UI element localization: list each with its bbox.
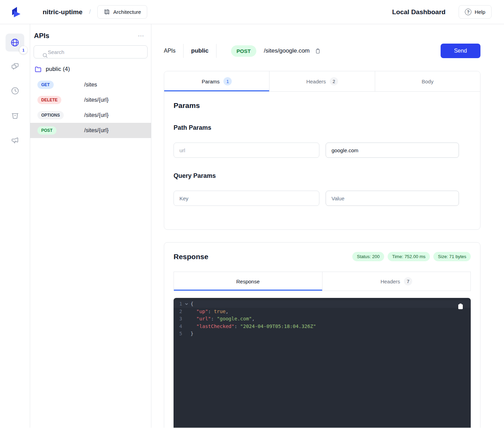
apis-count-badge: 1 [19, 46, 27, 54]
request-editor-card: Params 1 Headers 2 Body Params Path Para… [164, 71, 480, 230]
fold-chevron-icon[interactable] [182, 300, 191, 308]
breadcrumb-separator: / [89, 8, 91, 16]
response-code-editor[interactable]: 1 { 2 "up": true, 3 "url": "google.com",… [174, 298, 471, 428]
divider [183, 44, 184, 58]
path-param-key-input[interactable] [174, 143, 319, 158]
path-param-value-input[interactable] [326, 143, 459, 158]
breadcrumb-group: public [191, 47, 209, 54]
api-group-public[interactable]: public (4) [30, 58, 151, 77]
tab-response-headers-label: Headers [380, 279, 400, 284]
response-title: Response [174, 253, 208, 261]
request-method-badge: POST [231, 45, 256, 57]
request-path: /sites/google.com [264, 47, 310, 54]
method-badge: OPTIONS [37, 111, 64, 119]
divider [216, 44, 216, 58]
folder-label: public (4) [46, 66, 70, 73]
more-options-icon[interactable]: ⋯ [138, 32, 145, 39]
globe-icon [10, 38, 20, 47]
tab-params-badge: 1 [223, 77, 232, 85]
top-header: nitric-uptime / Architecture Local Dashb… [0, 0, 504, 24]
nav-schedules-button[interactable] [10, 81, 20, 101]
bucket-icon [10, 111, 20, 120]
megaphone-icon [10, 135, 20, 145]
query-params-title: Query Params [174, 172, 471, 180]
local-dashboard-label: Local Dashboard [392, 8, 445, 16]
params-title: Params [174, 101, 471, 110]
architecture-button[interactable]: Architecture [97, 5, 147, 19]
route-path: /sites/{url} [84, 127, 108, 134]
copy-response-icon[interactable] [458, 303, 463, 309]
code-line: 4 "lastChecked": "2024-04-09T05:18:04.32… [174, 323, 471, 330]
request-bar: APIs public POST /sites/google.com Send [164, 43, 480, 58]
question-icon: ? [465, 9, 471, 15]
tab-headers-label: Headers [306, 79, 326, 84]
send-button[interactable]: Send [441, 44, 480, 58]
apis-panel-title: APIs [34, 32, 49, 40]
route-delete-sites-url[interactable]: DELETE /sites/{url} [30, 92, 151, 108]
path-params-title: Path Params [174, 124, 471, 131]
apis-sidebar-panel: APIs ⋯ public (4) GET /sites [30, 24, 151, 428]
tab-response-label: Response [236, 279, 260, 284]
tab-headers[interactable]: Headers 2 [269, 71, 375, 91]
tab-params[interactable]: Params 1 [164, 71, 269, 91]
tab-params-label: Params [202, 79, 220, 84]
code-line: 1 { [174, 300, 471, 308]
route-get-sites[interactable]: GET /sites [30, 77, 151, 92]
search-input[interactable] [34, 45, 148, 58]
route-options-sites-url[interactable]: OPTIONS /sites/{url} [30, 108, 151, 123]
method-badge: GET [37, 81, 54, 89]
folder-icon [34, 65, 42, 73]
route-path: /sites/{url} [84, 112, 108, 118]
nav-websockets-button[interactable] [10, 56, 20, 76]
query-param-key-input[interactable] [174, 191, 319, 206]
code-line: 5 } [174, 330, 471, 338]
help-label: Help [475, 9, 485, 15]
copy-path-icon[interactable] [315, 48, 321, 54]
help-button[interactable]: ? Help [459, 5, 492, 19]
code-line: 2 "up": true, [174, 308, 471, 316]
tab-body[interactable]: Body [375, 71, 480, 91]
route-post-sites-url[interactable]: POST /sites/{url} [30, 123, 151, 138]
architecture-label: Architecture [113, 9, 141, 15]
tab-headers-badge: 2 [330, 77, 338, 85]
tab-response-headers-badge: 7 [404, 277, 412, 285]
breadcrumb-apis: APIs [164, 48, 176, 54]
tab-response-headers[interactable]: Headers 7 [322, 272, 471, 291]
route-path: /sites/{url} [84, 97, 108, 103]
query-param-value-input[interactable] [326, 191, 459, 206]
project-title: nitric-uptime [43, 8, 82, 16]
nav-topics-button[interactable] [10, 130, 20, 150]
nav-apis-button[interactable]: 1 [6, 34, 24, 52]
main-content: APIs public POST /sites/google.com Send … [151, 24, 504, 428]
tab-response[interactable]: Response [174, 272, 322, 291]
tab-body-label: Body [422, 79, 433, 84]
nav-rail: 1 [0, 24, 30, 428]
method-badge: POST [37, 126, 56, 135]
method-badge: DELETE [37, 96, 61, 104]
status-badge: Status: 200 [352, 252, 384, 261]
map-icon [104, 9, 110, 15]
size-badge: Size: 71 bytes [433, 252, 471, 261]
nitric-logo [0, 5, 30, 19]
route-path: /sites [84, 82, 97, 88]
response-card: Response Status: 200 Time: 752.00 ms Siz… [164, 242, 480, 428]
nav-storage-button[interactable] [10, 106, 20, 125]
chat-bubbles-icon [10, 62, 20, 71]
clock-icon [10, 86, 20, 95]
time-badge: Time: 752.00 ms [388, 252, 430, 261]
code-line: 3 "url": "google.com", [174, 315, 471, 323]
